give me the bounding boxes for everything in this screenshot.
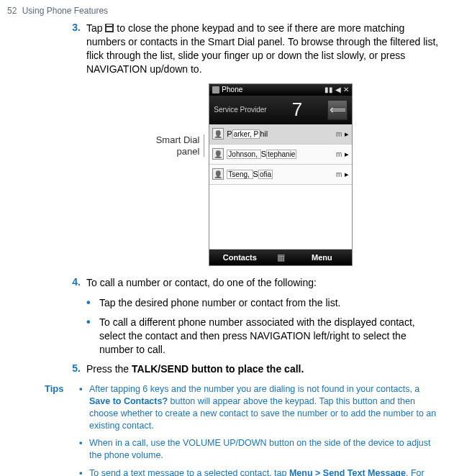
step5-bold: TALK/SEND button to place the call. [132, 363, 304, 375]
close-keypad-icon [105, 24, 114, 32]
step-number: 3. [69, 22, 86, 76]
page-number: 52 [7, 6, 17, 16]
name-highlight: Tseng, [227, 170, 253, 179]
keypad-toggle-icon[interactable]: ▦ [270, 250, 291, 265]
softkey-contacts[interactable]: Contacts [209, 250, 270, 265]
tip-pre: When in a call, use the VOLUME UP/DOWN b… [89, 438, 431, 460]
dialer-header: Service Provider 7 ⟸ [209, 96, 352, 124]
tip-bold: Save to Contacts? [89, 396, 168, 406]
contact-icon: 👤 [212, 168, 224, 180]
step3-post: to close the phone keypad and to see if … [86, 22, 438, 75]
step-number: 4. [69, 276, 86, 290]
step-text: Press the TALK/SEND button to place the … [86, 362, 440, 376]
contact-row[interactable]: 👤 Parker, Phil m ▸ [209, 124, 352, 145]
step-3: 3. Tap to close the phone keypad and to … [69, 22, 440, 76]
name-highlight: arker, P [232, 129, 260, 139]
speaker-icon: ◀ [335, 86, 341, 93]
figure: Smart Dial panel Phone ▮▮ ◀ ✕ Service Pr… [69, 83, 440, 266]
bullet-icon: • [86, 316, 99, 357]
caption-line1: Smart Dial [156, 134, 200, 145]
contact-type: m [329, 170, 342, 178]
tips-block: Tips • After tapping 6 keys and the numb… [0, 383, 454, 476]
contact-type: m [329, 130, 342, 138]
status-bar: Phone ▮▮ ◀ ✕ [209, 84, 352, 96]
list-item: • When in a call, use the VOLUME UP/DOWN… [79, 437, 440, 462]
softkey-bar: Contacts ▦ Menu [209, 250, 352, 265]
contact-icon: 👤 [212, 148, 224, 160]
bullet-text: To call a different phone number associa… [99, 316, 440, 357]
tips-items: • After tapping 6 keys and the number yo… [79, 383, 440, 476]
name-part: S [253, 170, 258, 178]
name-part: hil [260, 129, 268, 138]
step-text: To call a number or contact, do one of t… [86, 276, 440, 290]
page-header: 52 Using Phone Features [0, 6, 454, 22]
step-number: 5. [69, 362, 86, 376]
chevron-right-icon: ▸ [345, 129, 349, 139]
list-item: • Tap the desired phone number or contac… [86, 296, 440, 310]
list-item: • To send a text message to a selected c… [79, 467, 440, 476]
list-item: • To call a different phone number assoc… [86, 316, 440, 357]
list-item: • After tapping 6 keys and the number yo… [79, 383, 440, 432]
tip-pre: After tapping 6 keys and the number you … [89, 384, 419, 394]
backspace-button[interactable]: ⟸ [327, 100, 348, 120]
name-part: S [261, 150, 266, 158]
step5-pre: Press the [86, 363, 132, 375]
bullet-icon: • [79, 467, 89, 476]
bullet-text: Tap the desired phone number or contact … [99, 296, 440, 310]
tip-text: After tapping 6 keys and the number you … [89, 383, 440, 432]
signal-icon: ▮▮ [324, 86, 333, 93]
status-icons: ▮▮ ◀ ✕ [324, 86, 349, 93]
bullet-icon: • [79, 437, 89, 462]
phone-screenshot: Phone ▮▮ ◀ ✕ Service Provider 7 ⟸ 👤 Park… [209, 83, 353, 266]
step-4: 4. To call a number or contact, do one o… [69, 276, 440, 290]
contact-name: Parker, Phil [227, 129, 326, 138]
step-5: 5. Press the TALK/SEND button to place t… [69, 362, 440, 376]
entered-digit: 7 [292, 99, 302, 121]
contact-name: Johnson, Stephanie [227, 150, 326, 158]
provider-label: Service Provider [214, 106, 266, 114]
tip-text: To send a text message to a selected con… [89, 467, 440, 476]
tip-text: When in a call, use the VOLUME UP/DOWN b… [89, 437, 440, 462]
chevron-right-icon: ▸ [345, 170, 349, 179]
contact-row[interactable]: 👤 Johnson, Stephanie m ▸ [209, 145, 352, 165]
bullet-icon: • [79, 383, 89, 432]
bullet-icon: • [86, 296, 99, 310]
chevron-right-icon: ▸ [345, 150, 349, 159]
caption-line2: panel [177, 146, 200, 157]
name-part: P [227, 129, 232, 138]
tip-bold: Menu > Send Text Message [289, 468, 406, 476]
contact-type: m [329, 150, 342, 158]
windows-flag-icon [212, 86, 219, 93]
status-left: Phone [212, 86, 242, 93]
step-text: Tap to close the phone keypad and to see… [86, 22, 440, 76]
contact-name: Tseng, Sofia [227, 170, 326, 178]
smart-dial-empty-area [209, 185, 352, 250]
name-highlight: tephanie [266, 150, 296, 159]
softkey-menu[interactable]: Menu [291, 250, 352, 265]
step-4-bullets: • Tap the desired phone number or contac… [86, 296, 440, 357]
contact-row[interactable]: 👤 Tseng, Sofia m ▸ [209, 165, 352, 185]
tips-label: Tips [45, 383, 79, 476]
status-title: Phone [222, 86, 242, 93]
tip-pre: To send a text message to a selected con… [89, 468, 289, 476]
name-highlight: Johnson, [227, 150, 260, 159]
step3-pre: Tap [86, 22, 105, 34]
name-highlight: ofia [258, 170, 273, 179]
section-title: Using Phone Features [22, 6, 108, 16]
figure-caption: Smart Dial panel [156, 134, 205, 157]
contact-icon: 👤 [212, 128, 224, 139]
close-icon: ✕ [343, 86, 349, 93]
